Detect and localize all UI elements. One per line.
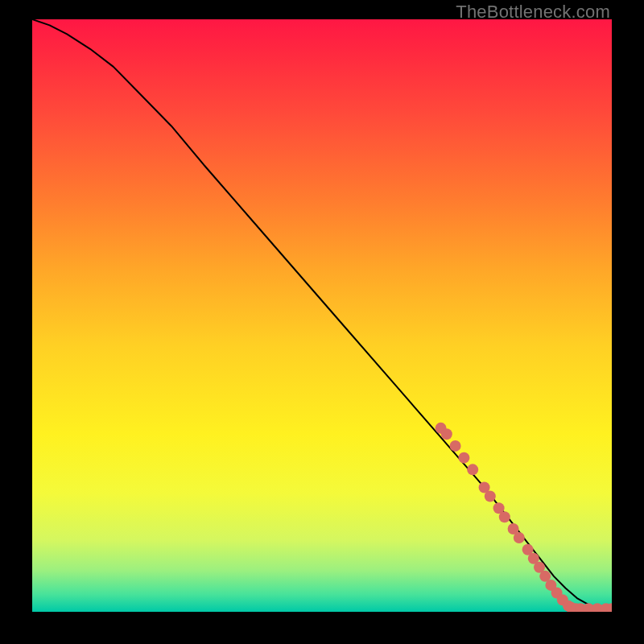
highlight-point: [458, 452, 469, 464]
plot-area: [32, 19, 612, 612]
highlight-point: [499, 511, 510, 522]
highlight-point: [485, 490, 496, 502]
chart-svg: [32, 19, 612, 612]
series-curve: [32, 19, 612, 609]
chart-frame: TheBottleneck.com: [0, 0, 644, 644]
highlight-point: [514, 532, 525, 543]
highlight-point: [441, 428, 452, 440]
highlight-point: [450, 440, 461, 452]
highlight-points: [436, 423, 612, 612]
highlight-point: [467, 464, 478, 475]
